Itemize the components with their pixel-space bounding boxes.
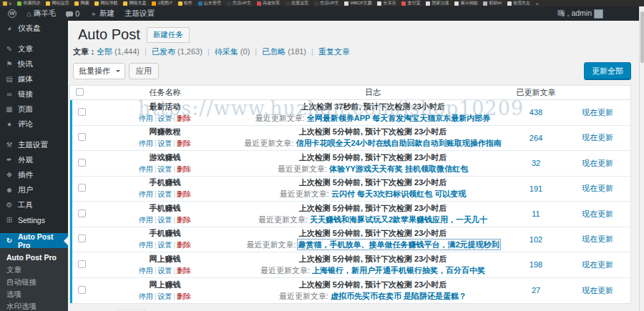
sidebar-item-dashboard[interactable]: ◕仪表盘 xyxy=(0,21,68,36)
recent-article-link[interactable]: 体验YY游戏天天有奖 挂机领取微信红包 xyxy=(329,164,468,173)
row-checkbox[interactable] xyxy=(78,184,86,192)
recent-article-link[interactable]: 全网最新领券APP 每天首发淘宝天猫京东最新内部券 xyxy=(307,114,490,122)
settings-link[interactable]: 设置 xyxy=(158,165,172,173)
recent-article-link[interactable]: 天天赚钱和海豚试玩又2款苹果赚钱应用，一天几十 xyxy=(310,215,487,224)
submenu-item[interactable]: Auto Post Pro xyxy=(0,252,68,264)
sidebar-item-pages[interactable]: ▦页面 xyxy=(0,102,68,117)
bookmark-item[interactable]: 山东管理 xyxy=(198,0,221,6)
bookmark-item[interactable]: 网赚 xyxy=(74,0,89,6)
settings-link[interactable]: 设置 xyxy=(158,241,172,249)
bookmark-item[interactable]: 收藏同步 xyxy=(17,0,40,6)
sidebar-item-theme-settings[interactable]: ⚒主题设置 xyxy=(0,137,68,152)
bookmark-item[interactable]: 国家法规 xyxy=(426,0,449,6)
settings-link[interactable]: 设置 xyxy=(158,292,172,300)
update-now-link[interactable]: 现在更新 xyxy=(582,235,613,243)
row-checkbox[interactable] xyxy=(78,286,86,294)
apply-button[interactable]: 应用 xyxy=(129,63,159,79)
disable-link[interactable]: 停用 xyxy=(139,114,153,122)
sidebar-item-comments[interactable]: ●评论 xyxy=(0,117,68,132)
bookmark-item[interactable]: 展示例如 xyxy=(454,0,477,6)
sidebar-item-users[interactable]: ☻用户 xyxy=(0,182,68,197)
bookmark-item[interactable]: WBCP主题 xyxy=(344,0,371,6)
bookmark-item[interactable]: 支付宝 xyxy=(401,0,420,6)
bookmark-item[interactable]: 生活UP主 xyxy=(227,0,251,6)
sidebar-item-settings[interactable]: ⊞Settings xyxy=(0,212,68,227)
updated-count-link[interactable]: 191 xyxy=(530,184,542,193)
updated-count-link[interactable]: 32 xyxy=(532,159,540,167)
update-all-button[interactable]: 更新全部 xyxy=(584,62,631,80)
disable-link[interactable]: 停用 xyxy=(139,267,153,275)
delete-link[interactable]: 删除 xyxy=(177,216,191,224)
bookmark-item[interactable]: 网站运营 xyxy=(46,0,69,6)
settings-link[interactable]: 设置 xyxy=(158,190,172,198)
bookmark-item[interactable]: 软件 xyxy=(178,0,192,6)
delete-link[interactable]: 删除 xyxy=(177,190,191,198)
filter-link[interactable]: 已忽略 xyxy=(262,47,286,56)
update-now-link[interactable]: 现在更新 xyxy=(582,260,613,269)
submenu-item[interactable]: 自动链接 xyxy=(0,276,68,288)
settings-link[interactable]: 设置 xyxy=(158,267,172,275)
update-now-link[interactable]: 现在更新 xyxy=(582,159,613,167)
bookmark-item[interactable]: ∨ xyxy=(3,1,11,6)
delete-link[interactable]: 删除 xyxy=(177,139,191,147)
account-menu[interactable]: 嗨 , admin xyxy=(554,9,607,19)
update-now-link[interactable]: 现在更新 xyxy=(582,209,613,218)
disable-link[interactable]: 停用 xyxy=(139,165,153,173)
row-checkbox[interactable] xyxy=(78,209,86,217)
bookmark-item[interactable]: 1视图/7 xyxy=(152,0,172,6)
row-checkbox[interactable] xyxy=(78,260,86,268)
filter-link[interactable]: 重复文章 xyxy=(318,47,350,56)
row-checkbox[interactable] xyxy=(78,108,86,116)
disable-link[interactable]: 停用 xyxy=(139,216,153,224)
wp-logo-menu[interactable]: W xyxy=(4,6,20,21)
new-task-button[interactable]: 新建任务 xyxy=(147,27,190,43)
sidebar-item-posts[interactable]: ✎文章 xyxy=(0,41,68,56)
bookmark-item[interactable]: 网络大盘 xyxy=(123,0,146,6)
select-all-checkbox[interactable] xyxy=(76,88,84,96)
updated-count-link[interactable]: 264 xyxy=(530,134,542,142)
recent-article-link[interactable]: 上海银行，新用户开通手机银行抽奖，百分百中奖 xyxy=(312,266,485,275)
submenu-item[interactable]: 水印选项 xyxy=(0,300,68,311)
bookmark-item[interactable]: 权助AI xyxy=(483,0,502,6)
bookmark-item[interactable]: 生活UP主 xyxy=(314,0,338,6)
settings-link[interactable]: 设置 xyxy=(158,216,172,224)
sidebar-item-tools[interactable]: ⚙工具 xyxy=(0,197,68,212)
bookmark-item[interactable]: » xyxy=(536,1,538,6)
update-now-link[interactable]: 现在更新 xyxy=(582,133,613,142)
update-now-link[interactable]: 现在更新 xyxy=(582,286,613,295)
delete-link[interactable]: 删除 xyxy=(177,114,191,122)
sidebar-item-appearance[interactable]: ✒外观 xyxy=(0,152,68,167)
delete-link[interactable]: 删除 xyxy=(177,241,191,249)
bookmark-item[interactable]: 使用大全 xyxy=(507,0,530,6)
update-now-link[interactable]: 现在更新 xyxy=(582,108,613,117)
browser-scrollbar[interactable] xyxy=(639,6,644,311)
updated-count-link[interactable]: 438 xyxy=(530,108,542,117)
row-checkbox[interactable] xyxy=(78,159,86,167)
submenu-item[interactable]: 文章 xyxy=(0,264,68,276)
row-checkbox[interactable] xyxy=(78,133,86,141)
updated-count-link[interactable]: 11 xyxy=(532,209,540,218)
recent-article-link[interactable]: 虚拟币先买币在卖币 是陷阱还是蛋糕？ xyxy=(331,292,467,300)
filter-link[interactable]: 已发布 xyxy=(152,47,175,56)
recent-article-link[interactable]: 趣赏猫，手机放单、接单做任务赚钱平台，满2元提现秒到 xyxy=(298,240,499,249)
updated-count-link[interactable]: 102 xyxy=(530,235,542,244)
theme-settings-shortcut[interactable]: 主题设置 xyxy=(121,6,158,21)
settings-link[interactable]: 设置 xyxy=(158,139,172,147)
sidebar-item-news[interactable]: ⚑快讯 xyxy=(0,56,68,71)
filter-link[interactable]: 全部 xyxy=(97,47,112,56)
filter-link[interactable]: 待采集 xyxy=(215,47,238,56)
disable-link[interactable]: 停用 xyxy=(139,292,153,300)
sidebar-item-auto-post-pro[interactable]: ↻Auto Post Pro xyxy=(0,233,68,248)
delete-link[interactable]: 删除 xyxy=(177,267,191,275)
update-now-link[interactable]: 现在更新 xyxy=(582,184,613,192)
new-content-menu[interactable]: ＋ 新建 xyxy=(86,6,118,21)
scrollbar-thumb[interactable] xyxy=(640,11,644,63)
row-checkbox[interactable] xyxy=(78,235,86,242)
sidebar-item-links[interactable]: ∞链接 xyxy=(0,87,68,102)
updated-count-link[interactable]: 198 xyxy=(530,260,542,269)
bookmark-item[interactable]: 优蛋运营 xyxy=(286,0,308,6)
site-link[interactable]: ⌂ 薅羊毛 xyxy=(23,6,59,21)
recent-article-link[interactable]: 云闪付 每天3次扫标识领红包 可以变现 xyxy=(331,189,466,198)
comments-shortcut[interactable]: 0 xyxy=(62,6,83,21)
disable-link[interactable]: 停用 xyxy=(139,139,153,147)
